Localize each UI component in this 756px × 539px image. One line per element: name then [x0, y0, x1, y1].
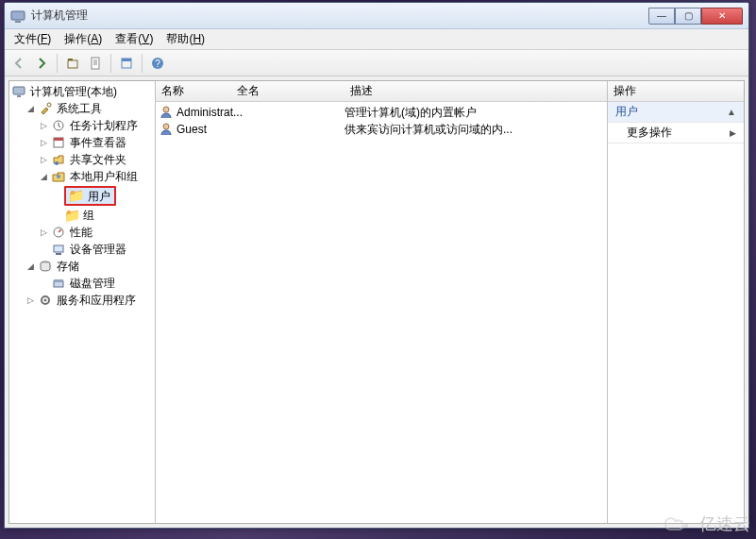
close-button[interactable]: ✕ [701, 8, 743, 25]
tree-storage[interactable]: ◢ 存储 [23, 259, 155, 274]
tree-services[interactable]: ▷ 服务和应用程序 [23, 293, 155, 308]
user-icon [160, 105, 173, 121]
tree-scheduler[interactable]: ▷ 任务计划程序 [36, 118, 155, 133]
chevron-up-icon: ▲ [727, 107, 736, 117]
tree-root[interactable]: 计算机管理(本地) [9, 84, 155, 99]
actions-more[interactable]: 更多操作 ▶ [608, 123, 744, 143]
list-row[interactable]: Administrat... 管理计算机(域)的内置帐户 [156, 104, 607, 121]
disk-icon [51, 276, 66, 291]
actions-heading[interactable]: 用户 ▲ [608, 102, 744, 123]
tools-icon [38, 101, 53, 116]
up-button[interactable] [62, 53, 83, 74]
tree-label: 性能 [68, 225, 94, 240]
column-fullname[interactable]: 全名 [231, 83, 344, 99]
maximize-button[interactable]: ▢ [675, 8, 701, 25]
services-icon [38, 293, 53, 308]
svg-point-29 [163, 124, 169, 129]
help-button[interactable]: ? [147, 53, 168, 74]
svg-rect-17 [54, 138, 63, 141]
event-icon [51, 135, 66, 150]
menu-file[interactable]: 文件(F) [8, 29, 57, 49]
svg-point-27 [44, 299, 47, 302]
expand-icon[interactable]: ◢ [25, 259, 36, 274]
chevron-right-icon: ▶ [730, 128, 736, 138]
tree-label: 磁盘管理 [68, 276, 117, 291]
menu-action[interactable]: 操作(A) [59, 29, 108, 49]
menu-view[interactable]: 查看(V) [109, 29, 159, 49]
svg-point-14 [47, 103, 51, 107]
svg-rect-22 [56, 253, 61, 255]
window-buttons: — ▢ ✕ [648, 8, 743, 25]
actions-more-label: 更多操作 [627, 125, 672, 141]
svg-rect-3 [68, 59, 73, 60]
tree-eventviewer[interactable]: ▷ 事件查看器 [36, 135, 155, 150]
tree-label: 存储 [55, 259, 81, 274]
column-description[interactable]: 描述 [344, 83, 607, 99]
svg-rect-12 [13, 87, 25, 94]
computer-icon [11, 84, 26, 99]
tree-label: 本地用户和组 [68, 169, 140, 184]
share-icon [51, 152, 66, 167]
actions-header: 操作 [608, 81, 744, 102]
tree-diskmgr[interactable]: 磁盘管理 [36, 276, 155, 291]
refresh-button[interactable] [116, 53, 137, 74]
svg-text:?: ? [155, 59, 160, 69]
user-desc: 供来宾访问计算机或访问域的内... [344, 122, 607, 138]
actions-pane: 操作 用户 ▲ 更多操作 ▶ [608, 81, 744, 523]
tree-label: 服务和应用程序 [55, 293, 138, 308]
svg-point-28 [163, 107, 169, 112]
window-title: 计算机管理 [31, 8, 648, 24]
svg-point-18 [55, 161, 59, 165]
tree-pane[interactable]: 计算机管理(本地) ◢ 系统工具 ▷ 任务计划程序 [9, 81, 156, 523]
svg-rect-21 [54, 245, 63, 252]
tree-localusers[interactable]: ◢ 本地用户和组 [36, 169, 155, 184]
tree-users[interactable]: 📁 用户 [49, 186, 155, 206]
tree-devmgr[interactable]: 设备管理器 [36, 242, 155, 257]
svg-rect-4 [92, 58, 99, 69]
tree-label: 组 [81, 208, 96, 223]
menu-help[interactable]: 帮助(H) [160, 29, 210, 49]
list-header[interactable]: 名称 全名 描述 [156, 81, 607, 102]
perf-icon [51, 225, 66, 240]
collapse-icon[interactable]: ▷ [38, 225, 49, 240]
collapse-icon[interactable]: ▷ [25, 293, 36, 308]
svg-rect-13 [17, 95, 21, 97]
expand-icon[interactable]: ◢ [38, 169, 49, 184]
toolbar: ? [5, 50, 748, 76]
titlebar[interactable]: 计算机管理 — ▢ ✕ [5, 3, 748, 29]
toolbar-separator [57, 54, 58, 73]
tree-shared[interactable]: ▷ 共享文件夹 [36, 152, 155, 167]
tree-label: 设备管理器 [68, 242, 128, 257]
collapse-icon[interactable]: ▷ [38, 152, 49, 167]
back-button[interactable] [8, 53, 29, 74]
storage-icon [38, 259, 53, 274]
svg-rect-25 [54, 279, 63, 281]
tree-label: 任务计划程序 [68, 118, 140, 133]
collapse-icon[interactable]: ▷ [38, 118, 49, 133]
tree-system-tools[interactable]: ◢ 系统工具 [23, 101, 155, 116]
toolbar-separator [142, 54, 143, 73]
device-icon [51, 242, 66, 257]
user-icon [160, 122, 173, 138]
list-pane: 名称 全名 描述 Administrat... 管理计算机(域)的内置帐户 G [156, 81, 608, 523]
column-name[interactable]: 名称 [156, 83, 231, 99]
user-name: Guest [176, 123, 207, 136]
users-folder-icon [51, 169, 66, 184]
collapse-icon[interactable]: ▷ [38, 135, 49, 150]
folder-icon: 📁 [64, 208, 79, 223]
minimize-button[interactable]: — [648, 8, 675, 25]
computer-management-window: 计算机管理 — ▢ ✕ 文件(F) 操作(A) 查看(V) 帮助(H) ? [4, 2, 749, 529]
tree-label: 共享文件夹 [68, 152, 128, 167]
properties-button[interactable] [85, 53, 106, 74]
list-row[interactable]: Guest 供来宾访问计算机或访问域的内... [156, 121, 607, 138]
toolbar-separator [110, 54, 111, 73]
forward-button[interactable] [31, 53, 52, 74]
tree-groups[interactable]: 📁 组 [49, 208, 155, 223]
menubar: 文件(F) 操作(A) 查看(V) 帮助(H) [5, 29, 748, 50]
tree-perf[interactable]: ▷ 性能 [36, 225, 155, 240]
list-body[interactable]: Administrat... 管理计算机(域)的内置帐户 Guest 供来宾访问… [156, 102, 607, 140]
folder-icon: 📁 [68, 188, 83, 203]
clock-icon [51, 118, 66, 133]
body: 计算机管理(本地) ◢ 系统工具 ▷ 任务计划程序 [8, 80, 745, 524]
expand-icon[interactable]: ◢ [25, 101, 36, 116]
